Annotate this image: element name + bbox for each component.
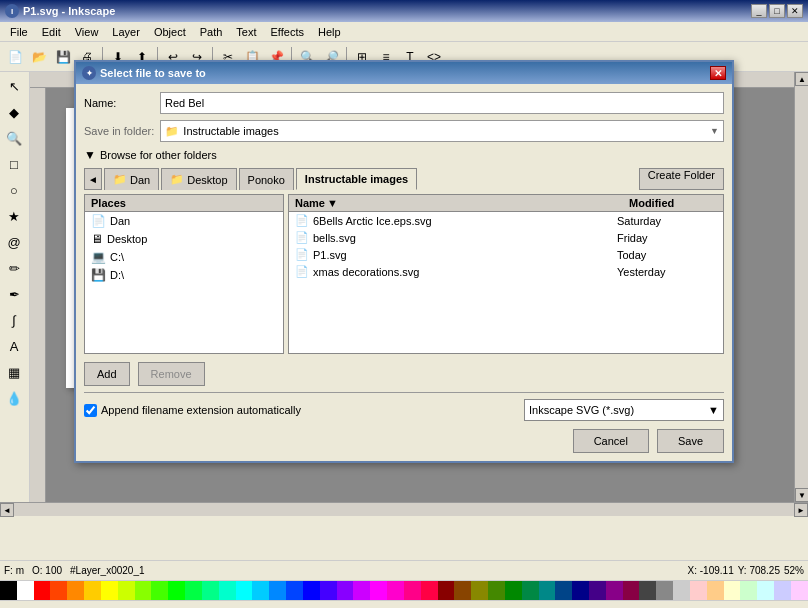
- place-label-d: D:\: [110, 269, 124, 281]
- name-input[interactable]: [160, 92, 724, 114]
- file-name-1: bells.svg: [313, 232, 613, 244]
- nav-tab-desktop[interactable]: 📁 Desktop: [161, 168, 236, 190]
- col-modified-label: Modified: [629, 197, 674, 209]
- nav-tab-instructable[interactable]: Instructable images: [296, 168, 417, 190]
- places-panel: Places 📄 Dan 🖥 Desktop 💻 C:\ 💾: [84, 194, 284, 354]
- places-item-d[interactable]: 💾 D:\: [85, 266, 283, 284]
- save-dialog-button[interactable]: Save: [657, 429, 724, 453]
- file-modified-1: Friday: [617, 232, 717, 244]
- add-button[interactable]: Add: [84, 362, 130, 386]
- append-ext-checkbox[interactable]: [84, 404, 97, 417]
- remove-button[interactable]: Remove: [138, 362, 205, 386]
- file-modified-2: Today: [617, 249, 717, 261]
- format-value: Inkscape SVG (*.svg): [529, 404, 634, 416]
- file-icon-0: 📄: [295, 214, 309, 227]
- save-folder-row: Save in folder: 📁 Instructable images ▼: [84, 120, 724, 142]
- save-dialog: ✦ Select file to save to ✕ Name: Save in…: [74, 60, 734, 463]
- col-name-sort-icon: ▼: [327, 197, 338, 209]
- file-browser: Places 📄 Dan 🖥 Desktop 💻 C:\ 💾: [84, 194, 724, 354]
- file-row-0[interactable]: 📄 6Bells Arctic Ice.eps.svg Saturday: [289, 212, 723, 229]
- dialog-content: Name: Save in folder: 📁 Instructable ima…: [76, 84, 732, 461]
- file-modified-3: Yesterday: [617, 266, 717, 278]
- place-label-dan: Dan: [110, 215, 130, 227]
- dialog-title-label: Select file to save to: [100, 67, 206, 79]
- col-name-header[interactable]: Name ▼: [289, 195, 623, 211]
- browse-label: Browse for other folders: [100, 149, 217, 161]
- dialog-close-button[interactable]: ✕: [710, 66, 726, 80]
- file-row-3[interactable]: 📄 xmas decorations.svg Yesterday: [289, 263, 723, 280]
- places-item-desktop[interactable]: 🖥 Desktop: [85, 230, 283, 248]
- place-label-c: C:\: [110, 251, 124, 263]
- save-folder-label: Save in folder:: [84, 125, 154, 137]
- place-icon-desktop: 🖥: [91, 232, 103, 246]
- folder-icon-dan: 📁: [113, 173, 127, 186]
- file-name-3: xmas decorations.svg: [313, 266, 613, 278]
- nav-tab-dan[interactable]: 📁 Dan: [104, 168, 159, 190]
- nav-bar: ◄ 📁 Dan 📁 Desktop Ponoko Instructable im…: [84, 168, 724, 190]
- separator: [84, 392, 724, 393]
- files-panel: Name ▼ Modified 📄 6Bells Arctic Ice.eps.…: [288, 194, 724, 354]
- file-icon-3: 📄: [295, 265, 309, 278]
- place-icon-dan: 📄: [91, 214, 106, 228]
- place-label-desktop: Desktop: [107, 233, 147, 245]
- save-folder-value: Instructable images: [183, 125, 278, 137]
- col-name-label: Name: [295, 197, 325, 209]
- nav-back-button[interactable]: ◄: [84, 168, 102, 190]
- folder-select-inner: 📁 Instructable images: [165, 125, 278, 138]
- cancel-button[interactable]: Cancel: [573, 429, 649, 453]
- append-ext-text: Append filename extension automatically: [101, 404, 301, 416]
- files-header: Name ▼ Modified: [289, 195, 723, 212]
- create-folder-button[interactable]: Create Folder: [639, 168, 724, 190]
- format-dropdown-icon: ▼: [708, 404, 719, 416]
- file-name-0: 6Bells Arctic Ice.eps.svg: [313, 215, 613, 227]
- append-ext-label[interactable]: Append filename extension automatically: [84, 404, 301, 417]
- place-icon-c: 💻: [91, 250, 106, 264]
- name-row: Name:: [84, 92, 724, 114]
- dialog-overlay: ✦ Select file to save to ✕ Name: Save in…: [0, 0, 808, 608]
- file-row-1[interactable]: 📄 bells.svg Friday: [289, 229, 723, 246]
- dialog-buttons: Cancel Save: [84, 429, 724, 453]
- nav-tab-desktop-label: Desktop: [187, 174, 227, 186]
- save-folder-select[interactable]: 📁 Instructable images ▼: [160, 120, 724, 142]
- place-icon-d: 💾: [91, 268, 106, 282]
- dialog-icon: ✦: [82, 66, 96, 80]
- places-header: Places: [85, 195, 283, 212]
- dialog-title-bar: ✦ Select file to save to ✕: [76, 62, 732, 84]
- browse-row[interactable]: ▼ Browse for other folders: [84, 148, 724, 162]
- file-name-2: P1.svg: [313, 249, 613, 261]
- file-icon-2: 📄: [295, 248, 309, 261]
- dialog-title: ✦ Select file to save to: [82, 66, 206, 80]
- nav-tab-instructable-label: Instructable images: [305, 173, 408, 185]
- dropdown-arrow-icon: ▼: [710, 126, 719, 136]
- name-label: Name:: [84, 97, 154, 109]
- options-row: Append filename extension automatically …: [84, 399, 724, 421]
- col-modified-header[interactable]: Modified: [623, 195, 723, 211]
- file-row-2[interactable]: 📄 P1.svg Today: [289, 246, 723, 263]
- places-item-c[interactable]: 💻 C:\: [85, 248, 283, 266]
- file-modified-0: Saturday: [617, 215, 717, 227]
- nav-tab-ponoko-label: Ponoko: [248, 174, 285, 186]
- places-item-dan[interactable]: 📄 Dan: [85, 212, 283, 230]
- folder-icon-desktop: 📁: [170, 173, 184, 186]
- folder-icon: 📁: [165, 125, 179, 138]
- nav-tab-ponoko[interactable]: Ponoko: [239, 168, 294, 190]
- format-select[interactable]: Inkscape SVG (*.svg) ▼: [524, 399, 724, 421]
- file-icon-1: 📄: [295, 231, 309, 244]
- nav-tab-dan-label: Dan: [130, 174, 150, 186]
- add-remove-row: Add Remove: [84, 362, 724, 386]
- browse-toggle-icon: ▼: [84, 148, 96, 162]
